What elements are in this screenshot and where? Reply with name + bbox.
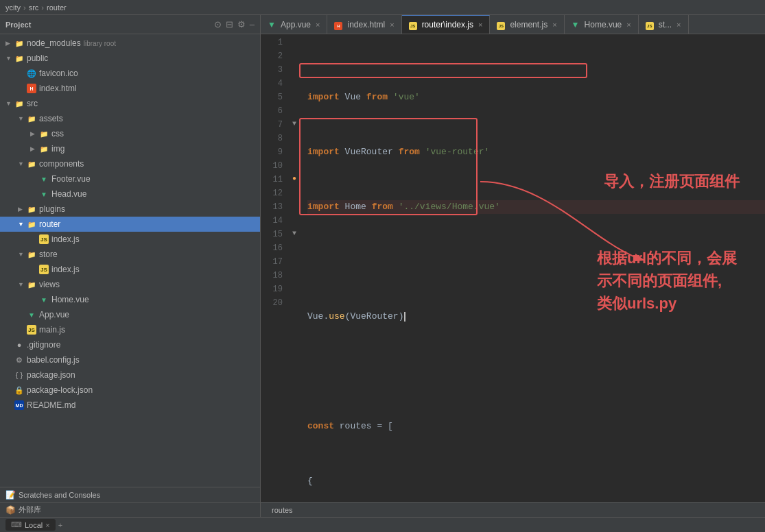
scratches-bar[interactable]: 📝 Scratches and Consoles: [0, 487, 260, 502]
code-editor-container: 12345 678910 1112131415 1617181920 ▼: [261, 34, 765, 517]
external-label: 外部库: [19, 505, 41, 515]
fold-btn-10: [288, 158, 301, 171]
folder-icon: 📁: [26, 219, 37, 230]
terminal-close[interactable]: ×: [45, 521, 49, 529]
fold-btn-18: [288, 267, 301, 281]
config-icon: ⚙: [14, 354, 25, 365]
minimize-icon[interactable]: –: [250, 19, 255, 29]
tree-label: .gitignore: [27, 340, 60, 350]
tab-index-html[interactable]: H index.html ×: [327, 15, 401, 34]
html-icon: H: [334, 20, 344, 29]
scratches-icon: 📝: [5, 490, 16, 500]
tree-favicon[interactable]: 🌐 favicon.ico: [0, 66, 260, 81]
code-editor[interactable]: 12345 678910 1112131415 1617181920 ▼: [261, 34, 765, 502]
tab-close[interactable]: ×: [390, 21, 394, 29]
sidebar-header: Project ⊙ ⊟ ⚙ –: [0, 15, 260, 34]
collapse-icon[interactable]: ⊟: [226, 19, 233, 29]
js-icon: JS: [497, 20, 506, 29]
kw: import: [307, 145, 340, 159]
tab-close[interactable]: ×: [478, 21, 482, 29]
tree-css[interactable]: ▶ 📁 css: [0, 126, 260, 141]
js-icon: JS: [38, 264, 49, 275]
fold-btn-8: [288, 130, 301, 144]
tab-label: Home.vue: [585, 20, 622, 29]
tree-footer-vue[interactable]: ▼ Footer.vue: [0, 171, 260, 186]
terminal-label: Local: [25, 521, 43, 529]
kw: from: [366, 90, 388, 104]
tab-close[interactable]: ×: [552, 21, 556, 29]
fold-btn-12: [288, 185, 301, 199]
tab-close[interactable]: ×: [676, 21, 681, 29]
tab-app-vue[interactable]: ▼ App.vue ×: [261, 15, 327, 34]
tree-router-index[interactable]: JS index.js: [0, 232, 260, 247]
tree-main-js[interactable]: JS main.js: [0, 322, 260, 337]
html-icon: H: [26, 83, 37, 94]
tab-router-index[interactable]: JS router\index.js ×: [402, 15, 491, 34]
tree-store[interactable]: ▼ 📁 store: [0, 247, 260, 262]
tab-home-vue[interactable]: ▼ Home.vue ×: [565, 15, 639, 34]
tree-img[interactable]: ▶ 📁 img: [0, 141, 260, 156]
tree-plugins[interactable]: ▶ 📁 plugins: [0, 202, 260, 217]
fold-btn-15[interactable]: ▼: [288, 226, 301, 240]
favicon-icon: 🌐: [26, 68, 37, 79]
tree-index-html[interactable]: H index.html: [0, 81, 260, 96]
tree-home-vue[interactable]: ▼ Home.vue: [0, 292, 260, 307]
tree-label: favicon.ico: [39, 69, 78, 78]
tab-close[interactable]: ×: [626, 21, 631, 29]
settings-icon[interactable]: ⚙: [237, 19, 246, 29]
vue-icon: ▼: [572, 20, 581, 29]
js-icon: JS: [646, 20, 655, 29]
breadcrumb-project: ycity: [5, 3, 21, 12]
tree-package-json[interactable]: { } package.json: [0, 367, 260, 383]
folder-icon: 📁: [26, 279, 37, 290]
vue-icon: ▼: [38, 294, 49, 305]
json-icon: { }: [14, 370, 25, 380]
tree-store-index[interactable]: JS index.js: [0, 262, 260, 277]
tree-components[interactable]: ▼ 📁 components: [0, 156, 260, 171]
external-lib-bar[interactable]: 📦 外部库: [0, 502, 260, 517]
tree-label: Head.vue: [51, 189, 86, 199]
editor-status: routes: [261, 502, 765, 517]
tree-app-vue[interactable]: ▼ App.vue: [0, 307, 260, 322]
js-icon: JS: [38, 234, 49, 245]
tree-node_modules[interactable]: ▶ 📁 node_modules library root: [0, 36, 260, 51]
sidebar-tree: ▶ 📁 node_modules library root ▼ 📁 public: [0, 34, 260, 487]
tree-src[interactable]: ▼ 📁 src: [0, 96, 260, 111]
tree-label: router: [39, 219, 60, 229]
terminal-add[interactable]: +: [58, 521, 62, 529]
code-content[interactable]: import Vue from 'vue' import VueRouter f…: [301, 34, 765, 502]
tab-label: st...: [659, 20, 672, 29]
folder-icon: 📁: [14, 98, 25, 109]
tab-element-js[interactable]: JS element.js ×: [490, 15, 564, 34]
fold-btn-16: [288, 240, 301, 254]
terminal-tab-local[interactable]: ⌨ Local ×: [5, 519, 56, 531]
tab-bar: ▼ App.vue × H index.html × JS router\ind…: [261, 15, 765, 34]
tree-head-vue[interactable]: ▼ Head.vue: [0, 186, 260, 202]
line-numbers: 12345 678910 1112131415 1617181920: [261, 34, 288, 502]
tree-package-lock[interactable]: 🔒 package-lock.json: [0, 383, 260, 398]
tree-label: views: [39, 280, 60, 289]
tree-label: components: [39, 159, 84, 169]
tab-st[interactable]: JS st... ×: [639, 15, 689, 34]
tree-badge: library root: [84, 40, 116, 47]
breadcrumb: ycity › src › router: [5, 3, 67, 12]
tree-label: node_modules: [27, 38, 81, 48]
tree-gitignore[interactable]: ● .gitignore: [0, 337, 260, 352]
tree-label: package.json: [27, 370, 75, 380]
locate-icon[interactable]: ⊙: [214, 19, 222, 29]
js-icon: JS: [409, 20, 419, 29]
lock-icon: 🔒: [14, 385, 25, 396]
tree-label: index.html: [39, 84, 77, 93]
code-line-6: [307, 365, 765, 378]
tree-assets[interactable]: ▼ 📁 assets: [0, 111, 260, 126]
fold-btn-7[interactable]: ▼: [288, 117, 301, 130]
tree-readme[interactable]: MD README.md: [0, 398, 260, 413]
tree-router[interactable]: ▼ 📁 router: [0, 217, 260, 232]
tree-public[interactable]: ▼ 📁 public: [0, 51, 260, 66]
tree-views[interactable]: ▼ 📁 views: [0, 277, 260, 292]
tree-babel-config[interactable]: ⚙ babel.config.js: [0, 352, 260, 367]
code-line-3: import Home from '../views/Home.vue': [307, 200, 765, 214]
js-icon: JS: [26, 324, 37, 335]
tab-close[interactable]: ×: [316, 21, 320, 29]
fold-gutter: ▼ ● ▼: [288, 34, 301, 502]
